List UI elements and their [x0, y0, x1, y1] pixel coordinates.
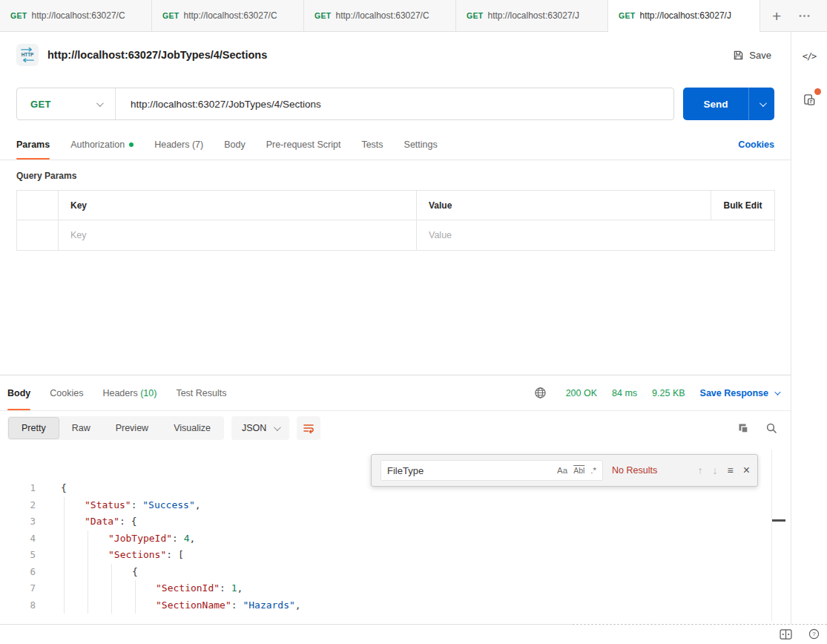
cookies-link[interactable]: Cookies — [738, 130, 774, 160]
format-dropdown[interactable]: JSON — [231, 416, 289, 440]
url-builder-row: GET Send — [0, 78, 791, 130]
mode-preview[interactable]: Preview — [103, 417, 161, 439]
authorization-status-dot — [129, 142, 134, 147]
code-line: 5 "Sections": [ — [0, 547, 791, 564]
new-tab-icon[interactable]: + — [772, 8, 781, 24]
mode-raw[interactable]: Raw — [59, 417, 103, 439]
regex-icon[interactable]: .* — [590, 466, 596, 475]
two-pane-layout-icon[interactable] — [780, 629, 792, 640]
chevron-down-icon — [274, 424, 281, 431]
find-navigation: ↑ ↓ ≡ × — [697, 464, 750, 476]
tab-headers[interactable]: Headers (7) — [154, 130, 203, 160]
find-input[interactable] — [387, 465, 551, 476]
param-value-input[interactable] — [429, 230, 699, 240]
find-results-status: No Results — [612, 465, 657, 476]
response-tab-cookies[interactable]: Cookies — [50, 375, 83, 410]
search-response-icon[interactable] — [761, 418, 782, 438]
panel-resize-handle[interactable] — [573, 624, 827, 625]
line-number: 8 — [0, 597, 42, 614]
request-tab-2[interactable]: GET http://localhost:63027/C — [152, 0, 304, 31]
bulk-edit-button[interactable]: Bulk Edit — [723, 200, 762, 211]
method-selector[interactable]: GET — [17, 88, 116, 119]
response-tab-headers[interactable]: Headers (10) — [102, 375, 156, 410]
more-options-icon[interactable]: ••• — [799, 12, 811, 20]
code-line: 4 "JobTypeId": 4, — [0, 530, 791, 548]
find-in-selection-icon[interactable]: ≡ — [727, 464, 733, 476]
response-time: 84 ms — [612, 388, 637, 398]
documentation-icon[interactable] — [801, 91, 817, 108]
indent-guide — [135, 580, 136, 614]
query-params-title: Query Params — [16, 171, 791, 181]
response-tabs: Body Cookies Headers (10) Test Results 2… — [0, 375, 791, 411]
right-sidebar: </> — [791, 32, 827, 624]
format-label: JSON — [242, 423, 266, 433]
request-tab-5-active[interactable]: GET http://localhost:63027/J — [608, 0, 760, 32]
copy-response-icon[interactable] — [733, 418, 754, 438]
tab-settings[interactable]: Settings — [404, 130, 438, 160]
line-number: 6 — [0, 564, 42, 581]
send-label[interactable]: Send — [683, 88, 748, 120]
globe-network-icon[interactable] — [530, 383, 551, 404]
code-line: 8 "SectionName": "Hazards", — [0, 597, 791, 614]
response-meta: 200 OK 84 ms 9.25 KB Save Response — [530, 375, 779, 410]
line-number: 7 — [0, 580, 42, 597]
send-button[interactable]: Send — [683, 88, 774, 120]
tab-method-badge: GET — [162, 11, 179, 20]
tab-url-text: http://localhost:63027/J — [640, 10, 750, 21]
indent-guide — [88, 530, 88, 614]
response-tab-test-results[interactable]: Test Results — [176, 375, 226, 410]
save-response-label: Save Response — [700, 388, 768, 398]
tab-body[interactable]: Body — [224, 130, 246, 160]
tab-actions: + ••• — [760, 0, 811, 31]
tab-url-text: http://localhost:63027/C — [184, 10, 294, 21]
notification-dot — [814, 88, 821, 95]
wrap-text-icon — [303, 422, 314, 434]
code-line: 2 "Status": "Success", — [0, 497, 791, 514]
response-size: 9.25 KB — [652, 388, 685, 398]
svg-text:?: ? — [812, 631, 816, 637]
query-params-row — [17, 220, 774, 250]
code-snippet-icon[interactable]: </> — [801, 48, 817, 65]
url-input[interactable] — [116, 99, 673, 110]
param-key-input[interactable] — [70, 230, 404, 240]
request-tab-3[interactable]: GET http://localhost:63027/C — [304, 0, 456, 31]
response-headers-count: (10) — [140, 388, 156, 398]
wrap-lines-button[interactable] — [297, 416, 320, 440]
tab-url-text: http://localhost:63027/C — [336, 10, 446, 21]
save-label: Save — [749, 50, 771, 61]
editor-scrollbar-track[interactable] — [771, 450, 772, 621]
request-body-empty-area — [0, 251, 791, 375]
mode-visualize[interactable]: Visualize — [161, 417, 223, 439]
editor-overview-ruler-mark — [772, 519, 785, 522]
tab-prerequest-script[interactable]: Pre-request Script — [266, 130, 341, 160]
mode-pretty[interactable]: Pretty — [8, 417, 59, 439]
tab-tests[interactable]: Tests — [361, 130, 383, 160]
tab-authorization[interactable]: Authorization — [70, 130, 134, 160]
tab-url-text: http://localhost:63027/C — [32, 10, 142, 21]
close-find-icon[interactable]: × — [743, 464, 750, 476]
find-input-box: Aa Abl .* — [380, 460, 603, 481]
line-number: 3 — [0, 513, 42, 530]
next-match-icon[interactable]: ↓ — [712, 464, 717, 476]
tab-params[interactable]: Params — [16, 130, 50, 160]
response-tab-body[interactable]: Body — [7, 375, 30, 410]
previous-match-icon[interactable]: ↑ — [697, 464, 702, 476]
request-tab-1[interactable]: GET http://localhost:63027/C — [0, 0, 152, 31]
line-number: 5 — [0, 547, 42, 564]
send-options-dropdown[interactable] — [748, 88, 774, 120]
response-panel: Body Cookies Headers (10) Test Results 2… — [0, 375, 791, 624]
tab-method-badge: GET — [467, 11, 484, 20]
whole-word-icon[interactable]: Abl — [573, 466, 584, 475]
help-icon[interactable]: ? — [808, 628, 820, 640]
svg-text:HTTP: HTTP — [22, 52, 34, 57]
request-tab-4[interactable]: GET http://localhost:63027/J — [456, 0, 608, 31]
tab-method-badge: GET — [314, 11, 332, 20]
match-case-icon[interactable]: Aa — [557, 466, 567, 475]
query-params-table: Key Value Bulk Edit — [16, 190, 775, 251]
key-column-header: Key — [70, 200, 87, 211]
code-line: 6 { — [0, 564, 791, 581]
save-button[interactable]: Save — [733, 50, 771, 61]
response-body-editor: 1 { 2 "Status": "Success", 3 "Data": { 4… — [0, 445, 791, 624]
save-response-button[interactable]: Save Response — [700, 388, 779, 398]
query-params-header-row: Key Value Bulk Edit — [17, 191, 774, 220]
